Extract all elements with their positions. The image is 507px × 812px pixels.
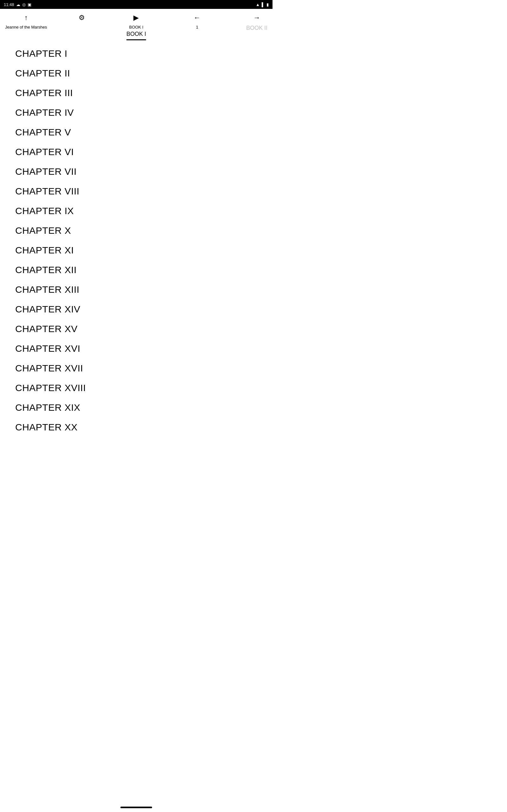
nav-left: ↑ Jeanne of the Marshes [5, 12, 47, 30]
chapter-item[interactable]: CHAPTER XII [15, 260, 257, 280]
wifi-icon: ▲ [256, 2, 260, 7]
chapter-item[interactable]: CHAPTER IX [15, 201, 257, 221]
chapter-item[interactable]: CHAPTER XV [15, 319, 257, 339]
nav-center: ▶ BOOK I BOOK I [126, 12, 146, 40]
chapter-item[interactable]: CHAPTER VII [15, 162, 257, 182]
content-area: CHAPTER ICHAPTER IICHAPTER IIICHAPTER IV… [0, 38, 273, 450]
page-number: 1 [196, 25, 198, 30]
top-nav: ↑ Jeanne of the Marshes ⚙ ▶ BOOK I BOOK … [0, 9, 273, 38]
chapter-list: CHAPTER ICHAPTER IICHAPTER IIICHAPTER IV… [15, 44, 257, 437]
chapter-item[interactable]: CHAPTER XIII [15, 280, 257, 299]
back-arrow-button[interactable]: ← [191, 12, 203, 23]
chapter-item[interactable]: CHAPTER XVII [15, 358, 257, 378]
chapter-item[interactable]: CHAPTER IV [15, 103, 257, 122]
chapter-item[interactable]: CHAPTER VI [15, 142, 257, 162]
chapter-item[interactable]: CHAPTER XI [15, 241, 257, 260]
status-bar-left: 11:48 ☁ ◎ ▣ [4, 2, 32, 7]
chapter-item[interactable]: CHAPTER XIV [15, 299, 257, 319]
chapter-item[interactable]: CHAPTER XVIII [15, 378, 257, 398]
chapter-item[interactable]: CHAPTER VIII [15, 182, 257, 201]
sim-icon: ▣ [27, 2, 32, 7]
status-bar-right: ▲ ▌ ▮ [256, 2, 269, 7]
current-book-label-top: BOOK I [129, 25, 144, 30]
book-title-label: Jeanne of the Marshes [5, 25, 47, 30]
chapter-item[interactable]: CHAPTER XVI [15, 339, 257, 358]
battery-icon: ▮ [267, 2, 269, 7]
settings-button[interactable]: ⚙ [76, 12, 88, 23]
status-time: 11:48 [4, 2, 14, 7]
chapter-item[interactable]: CHAPTER III [15, 83, 257, 103]
chapter-item[interactable]: CHAPTER X [15, 221, 257, 241]
current-book-tab: BOOK I [126, 31, 146, 40]
cloud-icon: ☁ [16, 2, 20, 7]
status-bar: 11:48 ☁ ◎ ▣ ▲ ▌ ▮ [0, 0, 273, 9]
chapter-item[interactable]: CHAPTER I [15, 44, 257, 63]
forward-arrow-button[interactable]: → [251, 12, 262, 23]
play-button[interactable]: ▶ [130, 12, 142, 23]
chapter-item[interactable]: CHAPTER II [15, 63, 257, 83]
notification-icon: ◎ [22, 2, 26, 7]
up-arrow-button[interactable]: ↑ [20, 12, 32, 23]
next-book-label: BOOK II [246, 25, 268, 32]
signal-icon: ▌ [262, 2, 265, 7]
chapter-item[interactable]: CHAPTER XIX [15, 398, 257, 417]
chapter-item[interactable]: CHAPTER XX [15, 417, 257, 437]
chapter-item[interactable]: CHAPTER V [15, 122, 257, 142]
